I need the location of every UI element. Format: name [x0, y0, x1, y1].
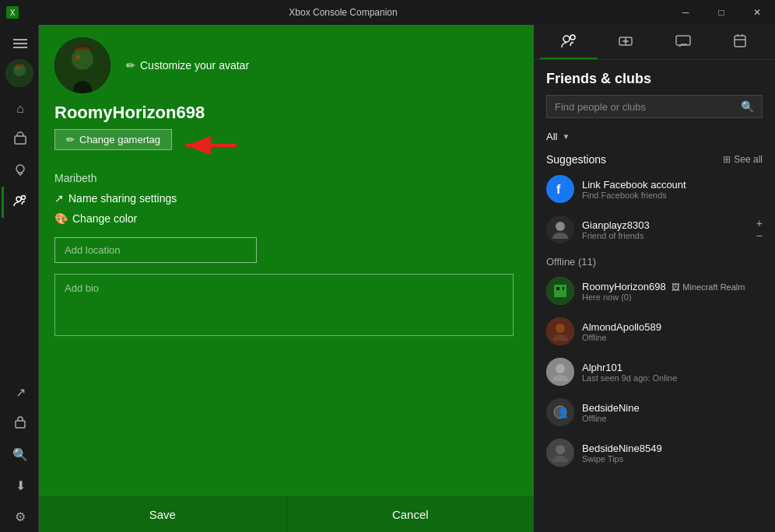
home-icon: ⌂	[16, 102, 24, 116]
facebook-icon: f	[552, 181, 568, 197]
gianplayz-info: Gianplayz8303 Friend of friends	[582, 219, 749, 240]
offline-friend-bedside[interactable]: 👤 BedsideNine Offline	[534, 392, 775, 432]
svg-text:👤: 👤	[557, 407, 569, 418]
multiplayer-tab-icon	[617, 33, 634, 50]
right-panel-scroll: Friends & clubs 🔍 All ▼ Suggestions ⊞ Se…	[534, 60, 775, 532]
cancel-button[interactable]: Cancel	[286, 497, 535, 532]
tab-messages[interactable]	[654, 25, 712, 59]
social-icon	[13, 194, 27, 211]
customize-avatar-button[interactable]: ✏ Customize your avatar	[126, 59, 249, 72]
sidebar-item-social[interactable]	[2, 187, 37, 218]
titlebar-left: X	[6, 6, 19, 19]
svg-point-11	[72, 48, 93, 70]
bedside2-status: Swipe Tips	[582, 454, 763, 464]
search-icon: 🔍	[741, 100, 754, 113]
alphr-info: Alphr101 Last seen 9d ago: Online	[582, 362, 763, 383]
action-bar: Save Cancel	[39, 496, 534, 532]
filter-bar[interactable]: All ▼	[534, 124, 775, 149]
alphr-status: Last seen 9d ago: Online	[582, 373, 763, 383]
facebook-name: Link Facebook account	[582, 179, 763, 191]
svg-rect-26	[554, 285, 566, 297]
svg-point-12	[75, 55, 80, 60]
svg-point-30	[556, 324, 565, 333]
share-icon: ↗	[54, 192, 64, 205]
window-controls: ─ □ ✕	[668, 0, 775, 25]
alphr-avatar	[546, 358, 574, 386]
sidebar-item-settings[interactable]: ⚙	[2, 501, 37, 532]
gamertag-row: ✏ Change gamertag	[54, 129, 518, 161]
nav-avatar[interactable]	[5, 59, 33, 87]
roomyhorizon-info: RoomyHorizon698 🖼 Minecraft Realm Here n…	[582, 281, 763, 302]
tab-multiplayer[interactable]	[598, 25, 655, 59]
sidebar-item-home[interactable]: ⌂	[2, 93, 37, 124]
name-sharing-button[interactable]: ↗ Name sharing settings	[54, 192, 177, 205]
svg-rect-4	[15, 136, 26, 144]
minimize-button[interactable]: ─	[668, 0, 703, 25]
gianplayz-name: Gianplayz8303	[582, 219, 749, 231]
friends-clubs-title: Friends & clubs	[546, 71, 763, 87]
maximize-button[interactable]: □	[703, 0, 739, 25]
search-bar: 🔍	[546, 95, 763, 118]
bedside-avatar-img: 👤	[546, 398, 574, 426]
offline-friend-alphr[interactable]: Alphr101 Last seen 9d ago: Online	[534, 352, 775, 392]
location-input[interactable]	[54, 237, 257, 263]
lock-icon	[14, 415, 26, 432]
sidebar-item-store[interactable]	[2, 124, 37, 156]
offline-friend-bedside2[interactable]: BedsideNine8549 Swipe Tips	[534, 432, 775, 473]
offline-friend-almondapollo[interactable]: AlmondApollo589 Offline	[534, 311, 775, 352]
gianplayz-sub: Friend of friends	[582, 231, 749, 240]
sidebar-item-achievements[interactable]	[2, 156, 37, 187]
add-friend-minus-icon[interactable]: −	[756, 230, 763, 241]
save-button[interactable]: Save	[39, 497, 286, 532]
settings-icon: ⚙	[15, 509, 26, 524]
sidebar-item-download[interactable]: ⬇	[2, 470, 37, 501]
avatar-image	[5, 59, 33, 87]
change-color-button[interactable]: 🎨 Change color	[54, 212, 137, 225]
roomyhorizon-status: Here now (0)	[582, 292, 763, 302]
svg-point-19	[624, 40, 627, 43]
sidebar-item-search[interactable]: 🔍	[2, 439, 37, 470]
facebook-sub: Find Facebook friends	[582, 191, 763, 200]
suggestion-gianplayz[interactable]: Gianplayz8303 Friend of friends + −	[534, 209, 775, 250]
sidebar-item-trending[interactable]: ↗	[2, 376, 37, 408]
filter-label: All	[546, 131, 557, 142]
activity-tab-icon	[731, 33, 749, 50]
change-gamertag-button[interactable]: ✏ Change gamertag	[54, 129, 172, 150]
almondapollo-name: AlmondApollo589	[582, 321, 763, 333]
trending-icon: ↗	[16, 385, 26, 400]
pencil-small-icon: ✏	[66, 134, 75, 145]
bedside2-avatar	[546, 439, 574, 467]
almondapollo-info: AlmondApollo589 Offline	[582, 321, 763, 342]
roomyhorizon-avatar-img	[546, 277, 574, 305]
alphr-name: Alphr101	[582, 362, 763, 373]
search-nav-icon: 🔍	[12, 447, 28, 462]
almondapollo-avatar-img	[546, 317, 574, 345]
tab-friends[interactable]	[540, 25, 598, 59]
search-input[interactable]	[555, 101, 735, 113]
bio-input[interactable]	[54, 274, 514, 336]
roomyhorizon-avatar	[546, 277, 574, 305]
close-button[interactable]: ✕	[739, 0, 775, 25]
add-friend-plus-icon[interactable]: +	[756, 218, 763, 229]
sidebar-item-lock[interactable]	[2, 408, 37, 439]
see-all-link[interactable]: ⊞ See all	[723, 154, 763, 165]
bedside-name: BedsideNine	[582, 402, 763, 414]
suggestions-title: Suggestions	[546, 153, 606, 166]
facebook-avatar: f	[546, 175, 574, 203]
gianplayz-actions: + −	[756, 218, 763, 241]
suggestion-facebook[interactable]: f Link Facebook account Find Facebook fr…	[534, 169, 775, 209]
nav-hamburger[interactable]	[2, 28, 37, 59]
titlebar: X Xbox Console Companion ─ □ ✕	[0, 0, 775, 25]
grid-icon: ⊞	[723, 154, 731, 165]
offline-friend-roomyhorizon[interactable]: RoomyHorizon698 🖼 Minecraft Realm Here n…	[534, 271, 775, 311]
bedside2-name: BedsideNine8549	[582, 443, 763, 454]
bedside-avatar: 👤	[546, 398, 574, 426]
gamertag-display: RoomyHorizon698	[54, 103, 518, 123]
right-header: Friends & clubs 🔍	[534, 60, 775, 124]
avatar-svg	[54, 37, 110, 93]
roomyhorizon-name: RoomyHorizon698 🖼 Minecraft Realm	[582, 281, 763, 292]
color-icon: 🎨	[54, 212, 68, 225]
tab-activity[interactable]	[712, 25, 770, 59]
svg-text:f: f	[556, 183, 561, 196]
almondapollo-status: Offline	[582, 333, 763, 342]
